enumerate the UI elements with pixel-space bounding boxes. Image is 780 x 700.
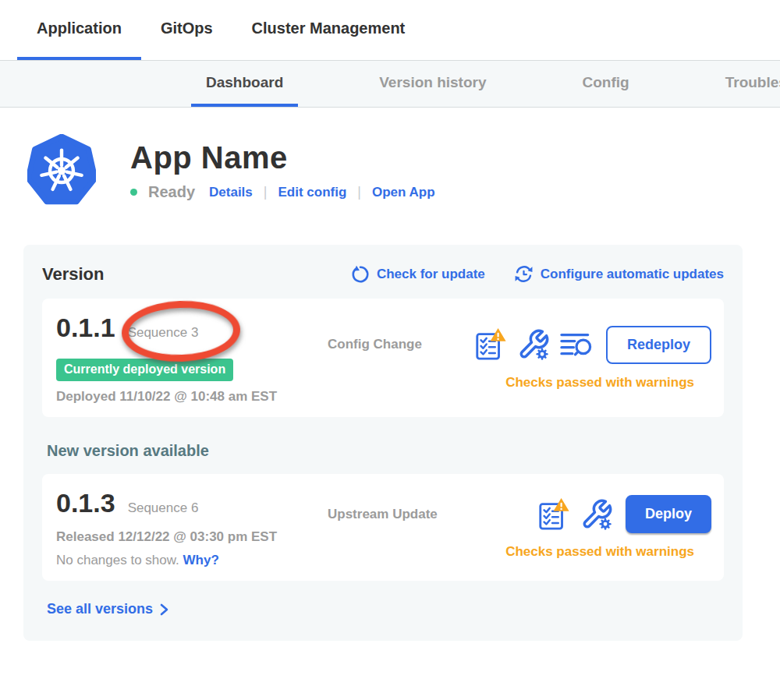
preflight-checks-icon[interactable] [537,497,571,532]
see-all-versions-link[interactable]: See all versions [47,601,169,617]
refresh-icon [350,264,370,285]
currently-deployed-badge: Currently deployed version [56,359,233,381]
preflight-checks-icon[interactable] [473,327,508,362]
available-version-row: 0.1.3 Sequence 6 Released 12/12/22 @ 03:… [42,474,724,581]
tab-troubleshoot[interactable]: Troubleshoot [711,61,780,107]
deployed-sequence-label: Sequence 3 [128,325,199,341]
why-link[interactable]: Why? [183,553,219,567]
tab-config[interactable]: Config [568,61,644,107]
deployed-version-row: 0.1.1 Sequence 3 Currently deployed vers… [42,299,724,417]
tab-version-history[interactable]: Version history [364,61,501,107]
page-title: App Name [130,140,435,175]
app-header: App Name Ready Details | Edit config | O… [27,134,780,207]
checks-warning-text: Checks passed with warnings [328,544,711,560]
version-section: Version Check for update Configure autom… [23,245,743,641]
configure-automatic-updates-label: Configure automatic updates [541,267,724,282]
auto-update-icon [513,263,534,285]
checks-warning-text: Checks passed with warnings [328,375,711,391]
divider: | [264,184,268,200]
details-link[interactable]: Details [209,185,253,200]
configure-automatic-updates-link[interactable]: Configure automatic updates [513,263,724,285]
deploy-button[interactable]: Deploy [626,495,711,533]
available-version-number: 0.1.3 [56,488,115,518]
version-section-title: Version [42,264,104,285]
check-for-update-label: Check for update [377,267,485,282]
ready-status-dot-icon [130,189,137,196]
released-timestamp: Released 12/12/22 @ 03:30 pm EST [56,529,328,545]
see-all-versions-label: See all versions [47,601,153,617]
new-version-heading: New version available [47,442,724,460]
available-sequence-label: Sequence 6 [128,500,199,516]
chevron-right-icon [159,603,169,617]
divider: | [357,184,361,200]
edit-config-icon[interactable] [517,327,550,362]
tab-application[interactable]: Application [17,0,141,60]
status-badge: Ready [148,183,195,201]
edit-config-icon[interactable] [580,497,613,532]
release-notes-icon[interactable] [559,330,594,359]
sub-nav: Dashboard Version history Config Trouble… [0,60,780,108]
tab-gitops[interactable]: GitOps [141,0,232,60]
no-changes-text: No changes to show. [56,553,179,567]
tab-cluster-management[interactable]: Cluster Management [232,0,425,60]
redeploy-button[interactable]: Redeploy [606,326,711,364]
tab-dashboard[interactable]: Dashboard [191,61,298,107]
deployed-timestamp: Deployed 11/10/22 @ 10:48 am EST [56,389,328,405]
change-type-label: Upstream Update [328,507,438,522]
change-type-label: Config Change [328,337,422,352]
open-app-link[interactable]: Open App [372,185,435,200]
kubernetes-logo-icon [27,134,96,207]
deployed-version-number: 0.1.1 [56,313,115,343]
top-nav: Application GitOps Cluster Management [0,0,780,60]
check-for-update-link[interactable]: Check for update [350,264,485,285]
edit-config-link[interactable]: Edit config [278,185,346,200]
